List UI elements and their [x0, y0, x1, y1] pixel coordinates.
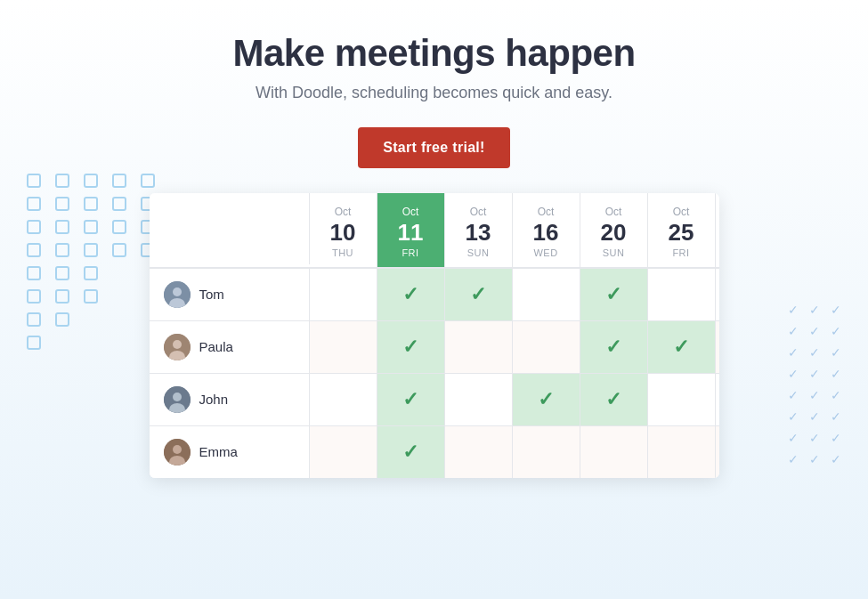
deco-tick: ✓ [831, 324, 841, 338]
deco-tick: ✓ [831, 303, 841, 317]
deco-tick: ✓ [809, 409, 820, 424]
person-name-emma: Emma [199, 444, 238, 459]
deco-box [55, 312, 69, 327]
deco-checkboxes-left [27, 174, 160, 350]
checkmark-icon: ✓ [673, 337, 689, 357]
check-john-oct11: ✓ [377, 374, 445, 425]
deco-box [141, 174, 155, 188]
deco-tick: ✓ [831, 431, 841, 445]
deco-box [84, 197, 98, 211]
checkmark-icon: ✓ [605, 337, 621, 357]
deco-tick: ✓ [788, 324, 799, 338]
deco-tick: ✓ [831, 345, 841, 360]
checkmark-icon: ✓ [402, 442, 418, 462]
avatar-tom [164, 281, 191, 308]
deco-box [112, 220, 126, 234]
deco-row: ✓ ✓ ✓ [788, 303, 841, 317]
subtitle: With Doodle, scheduling becomes quick an… [232, 84, 635, 102]
deco-box [27, 312, 41, 327]
calendar-header-row: Oct 10 THU Oct 11 FRI Oct 13 SUN [150, 193, 719, 268]
deco-box [55, 289, 69, 304]
calendar-container: Oct 10 THU Oct 11 FRI Oct 13 SUN [150, 193, 719, 478]
header: Make meetings happen With Doodle, schedu… [232, 0, 635, 168]
deco-box [84, 266, 98, 280]
check-paula-oct16 [513, 321, 580, 373]
deco-row: ✓ ✓ ✓ [788, 324, 841, 338]
deco-box [84, 220, 98, 234]
deco-box [27, 266, 41, 280]
deco-tick: ✓ [788, 345, 799, 360]
calendar-name-column-header [150, 193, 310, 264]
checkmark-icon: ✓ [402, 285, 418, 304]
avatar-emma [164, 439, 191, 465]
check-paula-oct13 [445, 321, 513, 373]
deco-tick: ✓ [809, 452, 820, 466]
check-emma-oct20 [580, 426, 648, 478]
person-cell-emma: Emma [150, 426, 310, 478]
svg-point-7 [173, 393, 182, 401]
checkmark-icon: ✓ [470, 285, 486, 304]
deco-tick: ✓ [809, 431, 820, 445]
person-cell-john: John [150, 374, 310, 425]
check-john-oct10 [310, 374, 377, 425]
check-john-oct13 [445, 374, 513, 425]
deco-tick: ✓ [809, 324, 820, 338]
date-oct13: Oct 13 SUN [445, 193, 513, 267]
person-name-paula: Paula [199, 339, 233, 354]
deco-row: ✓ ✓ ✓ [788, 452, 841, 466]
deco-tick: ✓ [788, 303, 799, 317]
check-emma-oct11: ✓ [377, 426, 445, 478]
check-tom-oct11: ✓ [377, 269, 445, 320]
calendar-table: Oct 10 THU Oct 11 FRI Oct 13 SUN [150, 193, 719, 478]
check-tom-oct10 [310, 269, 377, 320]
checkmark-icon: ✓ [605, 285, 621, 304]
checkmark-icon: ✓ [605, 390, 621, 409]
deco-tick: ✓ [788, 452, 799, 466]
deco-box [84, 174, 98, 188]
deco-tick: ✓ [788, 388, 799, 402]
deco-tick: ✓ [831, 367, 841, 381]
check-paula-oct10 [310, 321, 377, 373]
deco-tick: ✓ [809, 388, 820, 402]
avatar-john [164, 386, 191, 413]
deco-box [55, 243, 69, 257]
date-oct20: Oct 20 SUN [580, 193, 648, 267]
checkmark-icon: ✓ [402, 337, 418, 357]
table-row-tom: Tom ✓ ✓ ✓ [150, 268, 719, 320]
deco-box [55, 220, 69, 234]
deco-tick: ✓ [809, 303, 820, 317]
deco-box [55, 174, 69, 188]
deco-box [27, 243, 41, 257]
deco-box [112, 197, 126, 211]
check-tom-oct13: ✓ [445, 269, 513, 320]
deco-tick: ✓ [788, 431, 799, 445]
table-row-paula: Paula ✓ ✓ ✓ [150, 320, 719, 373]
deco-box [84, 243, 98, 257]
deco-box [55, 266, 69, 280]
main-title: Make meetings happen [232, 32, 635, 75]
svg-point-4 [173, 340, 182, 349]
svg-point-1 [173, 287, 182, 296]
date-oct25: Oct 25 FRI [648, 193, 716, 267]
check-john-oct25 [648, 374, 716, 425]
deco-box [27, 174, 41, 188]
deco-row: ✓ ✓ ✓ [788, 345, 841, 360]
page-wrapper: ✓ ✓ ✓ ✓ ✓ ✓ ✓ ✓ ✓ ✓ ✓ ✓ ✓ ✓ ✓ ✓ ✓ ✓ [0, 0, 868, 599]
deco-tick: ✓ [831, 409, 841, 424]
deco-box [112, 243, 126, 257]
avatar-paula [164, 334, 191, 360]
deco-tick: ✓ [788, 367, 799, 381]
date-oct16: Oct 16 WED [513, 193, 580, 267]
check-emma-oct10 [310, 426, 377, 478]
deco-tick: ✓ [809, 345, 820, 360]
deco-row: ✓ ✓ ✓ [788, 431, 841, 445]
check-paula-oct11: ✓ [377, 321, 445, 373]
deco-row: ✓ ✓ ✓ [788, 409, 841, 424]
deco-tick: ✓ [831, 452, 841, 466]
check-tom-oct25 [648, 269, 716, 320]
check-emma-oct13 [445, 426, 513, 478]
check-john-oct20: ✓ [580, 374, 648, 425]
deco-tick: ✓ [809, 367, 820, 381]
svg-point-10 [173, 445, 182, 454]
cta-button[interactable]: Start free trial! [358, 127, 509, 168]
